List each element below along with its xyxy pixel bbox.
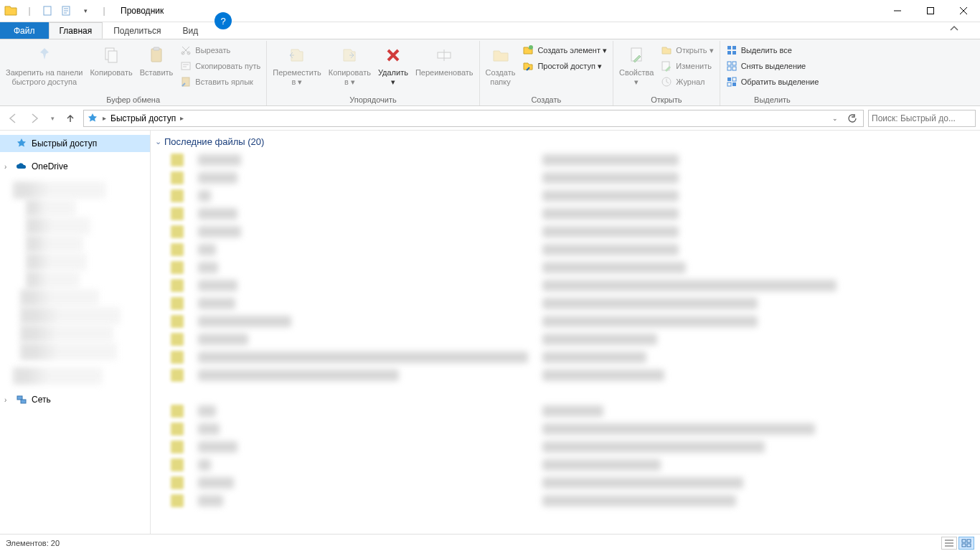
file-row[interactable] bbox=[155, 223, 980, 240]
rename-button[interactable]: Переименовать bbox=[413, 41, 476, 94]
sidebar-item-blurred[interactable] bbox=[26, 217, 90, 235]
select-none-icon bbox=[726, 60, 738, 72]
cut-button[interactable]: Вырезать bbox=[177, 42, 263, 58]
open-button[interactable]: Открыть ▾ bbox=[658, 42, 716, 58]
properties-icon bbox=[625, 44, 648, 67]
file-row[interactable] bbox=[155, 205, 980, 222]
file-row[interactable] bbox=[155, 151, 980, 169]
new-folder-qat-icon[interactable] bbox=[59, 3, 75, 19]
sidebar-item-blurred[interactable] bbox=[26, 253, 87, 270]
sidebar-item-blurred[interactable] bbox=[20, 289, 99, 306]
address-bar[interactable]: ▸ Быстрый доступ ▸ ⌄ bbox=[83, 110, 864, 127]
sidebar-item-network[interactable]: › Сеть bbox=[0, 391, 150, 408]
group-label-select: Выделить bbox=[723, 95, 822, 105]
file-row[interactable] bbox=[155, 349, 980, 366]
history-button[interactable]: Журнал bbox=[658, 74, 716, 90]
file-row[interactable] bbox=[155, 402, 980, 420]
edit-button[interactable]: Изменить bbox=[658, 58, 716, 74]
file-row[interactable] bbox=[155, 277, 980, 294]
file-name-blurred bbox=[198, 405, 216, 417]
select-all-button[interactable]: Выделить все bbox=[723, 42, 822, 58]
svg-rect-9 bbox=[182, 62, 190, 70]
maximize-button[interactable] bbox=[914, 0, 947, 22]
tab-home[interactable]: Главная bbox=[49, 22, 103, 39]
file-row[interactable] bbox=[155, 474, 980, 491]
up-button[interactable] bbox=[62, 110, 79, 127]
breadcrumb-arrow-icon[interactable]: ▸ bbox=[179, 114, 185, 122]
paste-shortcut-button[interactable]: Вставить ярлык bbox=[177, 74, 263, 90]
easy-access-button[interactable]: Простой доступ ▾ bbox=[519, 58, 610, 74]
copy-to-button[interactable]: Копировать в ▾ bbox=[326, 41, 374, 94]
minimize-button[interactable] bbox=[881, 0, 914, 22]
tab-share[interactable]: Поделиться bbox=[103, 22, 171, 39]
file-path-blurred bbox=[542, 459, 661, 471]
file-row[interactable] bbox=[155, 438, 980, 456]
breadcrumb-arrow-icon[interactable]: ▸ bbox=[101, 114, 108, 122]
sidebar-item-blurred[interactable] bbox=[13, 182, 106, 199]
file-row[interactable] bbox=[155, 367, 980, 384]
properties-button[interactable]: Свойства ▾ bbox=[616, 41, 656, 94]
file-row[interactable] bbox=[155, 241, 980, 258]
file-row[interactable] bbox=[155, 420, 980, 438]
svg-rect-18 bbox=[727, 51, 731, 55]
copy-path-button[interactable]: Скопировать путь bbox=[177, 58, 263, 74]
new-folder-button[interactable]: Создать папку bbox=[483, 41, 519, 94]
copy-icon bbox=[100, 44, 123, 67]
file-row[interactable] bbox=[155, 295, 980, 312]
tab-view[interactable]: Вид bbox=[171, 22, 209, 39]
file-row[interactable] bbox=[155, 259, 980, 276]
sidebar-item-blurred[interactable] bbox=[20, 307, 121, 324]
address-dropdown-button[interactable]: ⌄ bbox=[827, 110, 843, 126]
select-none-button[interactable]: Снять выделение bbox=[723, 58, 822, 74]
sidebar-item-blurred[interactable] bbox=[20, 325, 113, 342]
chevron-right-icon[interactable]: › bbox=[4, 163, 11, 171]
file-row[interactable] bbox=[155, 331, 980, 348]
back-button[interactable] bbox=[4, 110, 22, 127]
file-row[interactable] bbox=[155, 169, 980, 187]
tab-file[interactable]: Файл bbox=[0, 22, 49, 39]
invert-selection-icon bbox=[726, 76, 738, 88]
sidebar-item-onedrive[interactable]: › OneDrive bbox=[0, 158, 150, 175]
refresh-button[interactable] bbox=[844, 110, 860, 126]
qat-customize-icon[interactable]: ▾ bbox=[77, 3, 93, 19]
file-icon bbox=[171, 225, 184, 238]
close-button[interactable] bbox=[947, 0, 980, 22]
file-row[interactable] bbox=[155, 385, 980, 402]
search-input[interactable] bbox=[872, 113, 979, 123]
sidebar-item-quick-access[interactable]: Быстрый доступ bbox=[0, 135, 150, 152]
sidebar-item-blurred[interactable] bbox=[13, 367, 103, 385]
delete-button[interactable]: Удалить ▾ bbox=[375, 41, 411, 94]
group-header-recent-files[interactable]: ⌄ Последние файлы (20) bbox=[155, 135, 980, 151]
sidebar-item-blurred[interactable] bbox=[20, 343, 117, 360]
invert-selection-button[interactable]: Обратить выделение bbox=[723, 74, 822, 90]
copy-button[interactable]: Копировать bbox=[87, 41, 135, 94]
file-name-blurred bbox=[198, 477, 234, 489]
sidebar-item-blurred[interactable] bbox=[26, 199, 76, 217]
move-to-button[interactable]: Переместить в ▾ bbox=[270, 41, 324, 94]
file-path-blurred bbox=[542, 316, 758, 327]
app-icon bbox=[3, 3, 19, 19]
forward-button[interactable] bbox=[26, 110, 43, 127]
view-thumbnails-button[interactable] bbox=[958, 537, 974, 550]
help-button[interactable]: ? bbox=[215, 12, 232, 29]
file-row[interactable] bbox=[155, 187, 980, 204]
search-box[interactable] bbox=[868, 110, 976, 127]
file-row[interactable] bbox=[155, 313, 980, 330]
recent-locations-button[interactable]: ▾ bbox=[47, 110, 57, 127]
pin-quick-access-button[interactable]: Закрепить на панели быстрого доступа bbox=[3, 41, 85, 94]
breadcrumb[interactable]: Быстрый доступ bbox=[110, 113, 176, 123]
scissors-icon bbox=[180, 44, 192, 56]
file-row[interactable] bbox=[155, 492, 980, 509]
sidebar-item-blurred[interactable] bbox=[26, 271, 80, 288]
sidebar-item-blurred[interactable] bbox=[26, 235, 83, 253]
group-label-new: Создать bbox=[483, 95, 610, 105]
paste-button[interactable]: Вставить bbox=[137, 41, 176, 94]
group-organize: Переместить в ▾ Копировать в ▾ Удалить ▾… bbox=[267, 41, 479, 105]
svg-rect-34 bbox=[967, 544, 971, 547]
collapse-ribbon-icon[interactable] bbox=[950, 25, 958, 34]
new-item-button[interactable]: Создать элемент ▾ bbox=[519, 42, 610, 58]
file-row[interactable] bbox=[155, 456, 980, 474]
view-details-button[interactable] bbox=[941, 537, 957, 550]
properties-qat-icon[interactable] bbox=[40, 3, 56, 19]
chevron-right-icon[interactable]: › bbox=[4, 396, 11, 404]
